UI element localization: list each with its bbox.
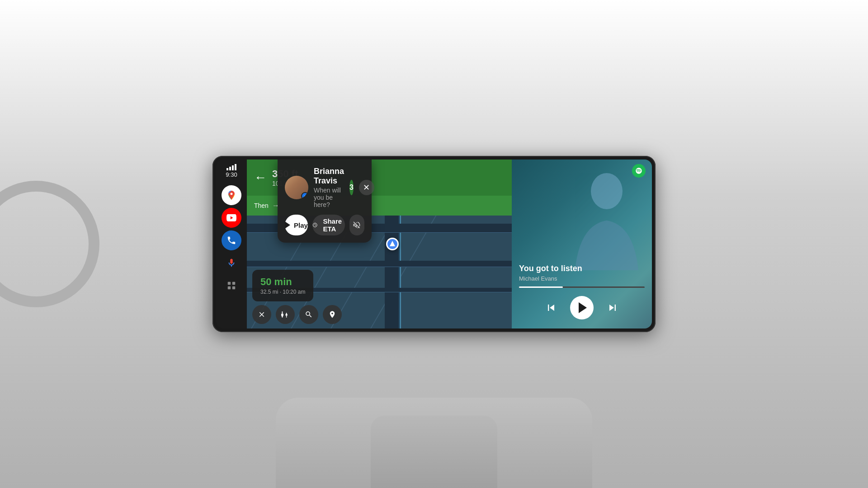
phone-icon bbox=[226, 235, 236, 245]
x-icon bbox=[258, 310, 266, 319]
spotify-logo bbox=[635, 167, 642, 174]
signal-bar-3 bbox=[232, 165, 234, 170]
dashboard: 9:30 bbox=[0, 0, 868, 488]
sidebar-item-maps[interactable] bbox=[222, 185, 241, 205]
notification-actions: Play Share ETA bbox=[285, 215, 364, 235]
signal-icon bbox=[226, 164, 236, 170]
center-console bbox=[371, 416, 497, 488]
music-controls bbox=[512, 296, 652, 319]
sidebar-time: 9:30 bbox=[226, 171, 237, 178]
mute-icon bbox=[352, 221, 361, 230]
notification-count-badge: 3 bbox=[349, 180, 354, 195]
notification-text: Brianna Travis When will you be here? bbox=[314, 167, 344, 208]
spotify-icon[interactable] bbox=[632, 164, 646, 178]
add-stop-button[interactable] bbox=[323, 305, 342, 324]
search-icon bbox=[305, 310, 313, 319]
fork-icon bbox=[281, 310, 289, 319]
notification-close-button[interactable]: ✕ bbox=[359, 180, 374, 195]
share-eta-button[interactable]: Share ETA bbox=[312, 215, 345, 235]
sender-avatar bbox=[285, 176, 308, 199]
notification-header: Brianna Travis When will you be here? 3 … bbox=[285, 167, 364, 208]
screen-inner: 9:30 bbox=[216, 160, 652, 328]
map-area: ← 350 ft 101 W Pac Then → 50 bbox=[247, 160, 512, 328]
eta-minutes: 50 min bbox=[260, 276, 305, 288]
svg-point-7 bbox=[591, 173, 623, 209]
pin-icon bbox=[328, 310, 336, 319]
map-actions bbox=[252, 305, 342, 324]
sidebar-item-mic[interactable] bbox=[222, 253, 241, 273]
youtube-icon bbox=[226, 214, 236, 221]
sidebar-item-youtube[interactable] bbox=[222, 208, 241, 228]
messenger-icon bbox=[303, 194, 307, 198]
grid-icon bbox=[226, 281, 236, 291]
track-title: You got to listen bbox=[519, 264, 645, 273]
screen-bezel: 9:30 bbox=[212, 156, 656, 332]
music-play-pause-button[interactable] bbox=[570, 296, 594, 319]
sidebar-item-grid[interactable] bbox=[222, 276, 241, 296]
mic-icon bbox=[226, 258, 236, 268]
sender-name: Brianna Travis bbox=[314, 167, 344, 186]
play-icon bbox=[285, 221, 290, 229]
signal-bar-1 bbox=[226, 168, 228, 170]
steering-wheel bbox=[0, 181, 99, 307]
road-h2 bbox=[247, 261, 512, 267]
skip-previous-icon bbox=[545, 301, 557, 314]
music-progress-fill bbox=[519, 286, 563, 288]
play-label: Play bbox=[294, 221, 308, 229]
svg-rect-5 bbox=[232, 286, 235, 289]
album-art-figure bbox=[566, 166, 647, 270]
play-button[interactable]: Play bbox=[285, 215, 308, 235]
maps-icon bbox=[226, 190, 237, 201]
location-arrow-icon bbox=[390, 241, 395, 246]
route-options-button[interactable] bbox=[276, 305, 295, 324]
sidebar: 9:30 bbox=[216, 160, 247, 328]
notification-message: When will you be here? bbox=[314, 187, 344, 208]
skip-next-icon bbox=[606, 301, 619, 314]
location-pin bbox=[386, 238, 399, 250]
svg-point-0 bbox=[231, 193, 233, 195]
clock-icon bbox=[312, 221, 318, 229]
mute-button[interactable] bbox=[349, 215, 364, 235]
music-panel: You got to listen Michael Evans bbox=[512, 160, 652, 328]
svg-rect-3 bbox=[232, 282, 235, 285]
music-info: You got to listen Michael Evans bbox=[512, 264, 652, 288]
previous-track-button[interactable] bbox=[543, 300, 559, 316]
signal-bar-2 bbox=[229, 167, 231, 170]
svg-rect-4 bbox=[228, 286, 231, 289]
avatar-badge bbox=[301, 192, 308, 199]
turn-arrow-icon: ← bbox=[254, 170, 267, 185]
music-progress-bar bbox=[519, 286, 645, 288]
eta-box: 50 min 32.5 mi · 10:20 am bbox=[252, 270, 313, 301]
album-figure-svg bbox=[566, 166, 647, 270]
signal-bar-4 bbox=[235, 164, 236, 170]
eta-details: 32.5 mi · 10:20 am bbox=[260, 289, 305, 295]
play-pause-icon bbox=[579, 302, 587, 313]
track-artist: Michael Evans bbox=[519, 275, 645, 282]
svg-rect-2 bbox=[228, 282, 231, 285]
search-button[interactable] bbox=[299, 305, 318, 324]
next-track-button[interactable] bbox=[604, 300, 621, 316]
share-eta-label: Share ETA bbox=[323, 217, 344, 233]
notification-overlay: Brianna Travis When will you be here? 3 … bbox=[278, 160, 372, 243]
cancel-route-button[interactable] bbox=[252, 305, 271, 324]
then-label: Then bbox=[254, 202, 269, 209]
sidebar-item-phone[interactable] bbox=[222, 230, 241, 250]
